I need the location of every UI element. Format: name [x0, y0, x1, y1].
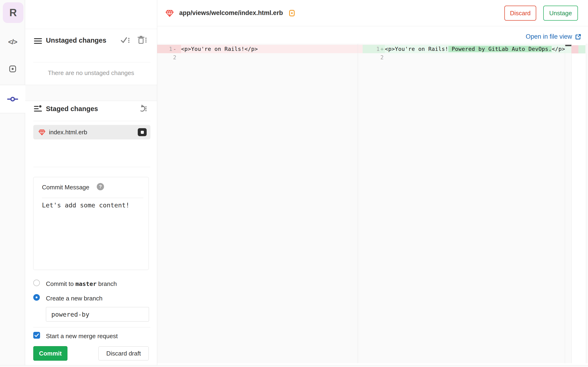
open-in-file-view-link[interactable]: Open in file view [526, 33, 581, 40]
unstage-all-button[interactable] [137, 104, 147, 113]
scrollbar-track-line [571, 44, 572, 363]
code-unchanged: <p>You're on Rails! [385, 46, 448, 52]
unstaged-empty-message: There are no unstaged changes [25, 69, 157, 77]
divider [25, 29, 157, 29]
staged-section-title: Staged changes [46, 105, 98, 113]
status-bar [0, 365, 588, 367]
diff-original-pane: 1- <p>You're on Rails!</p> 2 [157, 45, 363, 62]
commit-panel: Unstaged changes There are no unstaged c… [25, 0, 157, 365]
radio-create-new-branch[interactable] [33, 294, 40, 301]
ruler-line [358, 44, 358, 363]
divider [33, 62, 150, 62]
file-modified-badge [138, 128, 147, 136]
commit-message-label: Commit Message [42, 184, 89, 191]
line-number: 1 [376, 46, 380, 52]
commit-icon [7, 96, 18, 102]
radio-commit-to-master-label[interactable]: Commit to master branch [46, 280, 117, 288]
unstaged-list-icon [34, 37, 42, 45]
overview-added-marker [578, 45, 585, 53]
overview-ruler-strip [571, 44, 586, 363]
diff-modified-pane: 1+ <p>You're on Rails! Powered by GitLab… [363, 45, 588, 62]
line-number: 2 [173, 54, 176, 60]
check-icon [34, 334, 39, 337]
commit-message-input[interactable]: Let's add some content! [42, 201, 130, 209]
start-merge-request-label[interactable]: Start a new merge request [46, 333, 118, 340]
commit-to-text: Commit to [46, 280, 75, 287]
diff-added-line: 1+ <p>You're on Rails! Powered by GitLab… [363, 45, 588, 53]
staged-list-icon [34, 105, 42, 113]
scrollbar-track-line [586, 44, 586, 363]
section-gap [25, 85, 157, 101]
staged-file-name: index.html.erb [49, 125, 87, 139]
discard-file-button[interactable]: Discard [504, 6, 536, 21]
open-in-file-view-label: Open in file view [526, 33, 572, 40]
commit-mode-tab[interactable] [0, 85, 25, 113]
branch-text: branch [97, 280, 117, 287]
line-number-gutter: 1+ [363, 45, 385, 53]
radio-commit-to-master[interactable] [33, 280, 40, 286]
code-inline-added: Powered by GitLab Auto DevOps. [448, 46, 552, 52]
ruby-file-icon [165, 9, 174, 17]
editor-background [157, 44, 588, 363]
commit-button[interactable]: Commit [33, 346, 67, 361]
radio-create-new-branch-label[interactable]: Create a new branch [46, 295, 102, 302]
added-sign: + [380, 46, 384, 52]
line-number: 2 [380, 54, 384, 60]
line-number-gutter: 2 [157, 53, 181, 62]
commit-message-card: Commit Message ? Let's add some content! [33, 177, 149, 270]
open-file-path: app/views/welcome/index.html.erb [179, 9, 283, 17]
diff-removed-line: 1- <p>You're on Rails!</p> [157, 45, 363, 53]
code-text [385, 53, 571, 62]
edit-mode-icon[interactable]: </> [0, 38, 25, 46]
staged-file-row[interactable]: index.html.erb [33, 125, 150, 139]
divider [42, 198, 143, 198]
divider [33, 327, 150, 327]
diff-editor: app/views/welcome/index.html.erb Discard… [157, 0, 588, 365]
project-avatar[interactable]: R [3, 2, 24, 23]
diff-context-line: 2 [157, 53, 363, 62]
new-branch-name-input[interactable] [46, 307, 149, 322]
ruby-file-icon [38, 128, 46, 136]
ruler-line [565, 44, 565, 363]
removed-code-text: <p>You're on Rails!</p> [181, 45, 363, 53]
unstaged-section-title: Unstaged changes [46, 37, 106, 44]
overview-removed-marker [571, 45, 578, 53]
activity-bar: </> [0, 0, 25, 365]
file-changed-icon [289, 9, 295, 17]
help-icon[interactable]: ? [97, 183, 104, 190]
discard-all-button[interactable] [137, 35, 147, 45]
removed-sign: - [173, 46, 176, 52]
line-number-gutter: 1- [157, 45, 181, 53]
discard-draft-button[interactable]: Discard draft [98, 346, 149, 360]
code-unchanged: </p> [552, 46, 565, 52]
review-mode-icon[interactable] [0, 65, 25, 73]
code-text [181, 53, 363, 62]
line-number-gutter: 2 [363, 53, 385, 62]
diff-context-line: 2 [363, 53, 588, 62]
unstage-file-button[interactable]: Unstage [543, 6, 578, 21]
line-number: 1 [169, 46, 172, 52]
master-branch-name: master [75, 281, 97, 287]
divider [33, 167, 150, 167]
added-code-text: <p>You're on Rails! Powered by GitLab Au… [385, 45, 571, 53]
scrollbar-slider[interactable] [565, 45, 571, 46]
editor-header: app/views/welcome/index.html.erb Discard… [157, 0, 588, 26]
start-merge-request-checkbox[interactable] [33, 332, 40, 339]
divider [33, 121, 150, 121]
stage-all-button[interactable] [120, 36, 130, 45]
external-link-icon [575, 33, 581, 40]
